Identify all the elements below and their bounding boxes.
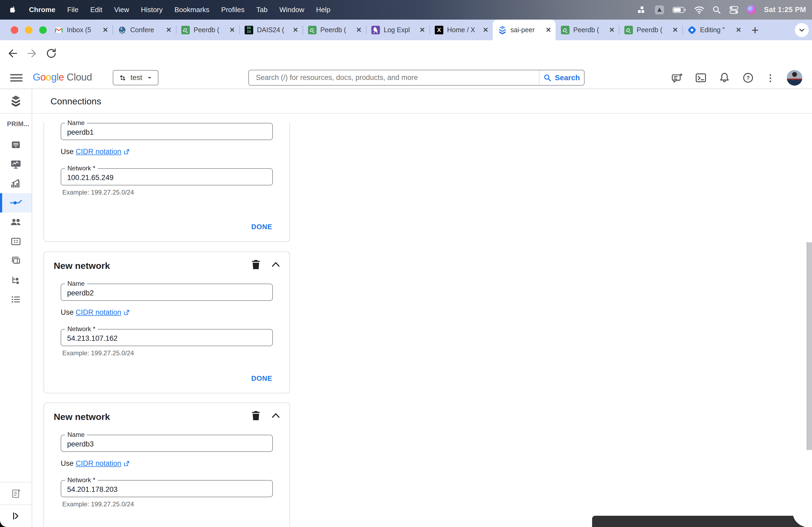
sidebar-item-databases[interactable] <box>0 232 32 251</box>
close-window-button[interactable] <box>11 26 18 34</box>
cidr-notation-link[interactable]: CIDR notation <box>76 308 130 317</box>
tab-log-explorer[interactable]: Log Expl ✕ <box>366 19 429 40</box>
close-tab-icon[interactable]: ✕ <box>736 26 741 34</box>
sidebar-item-query-insights[interactable] <box>0 174 32 193</box>
chevron-up-icon <box>271 261 280 268</box>
cidr-help-row: Use CIDR notation <box>61 148 280 156</box>
spotlight-icon[interactable] <box>712 6 721 14</box>
delete-network-button[interactable] <box>251 259 260 270</box>
project-name: test <box>130 74 142 82</box>
close-tab-icon[interactable]: ✕ <box>483 26 489 34</box>
sidebar-item-system-insights[interactable] <box>0 154 32 174</box>
postgres-icon <box>118 26 127 34</box>
tab-sai-peerdb-active[interactable]: sai-peer ✕ <box>493 19 555 40</box>
stats-icon[interactable] <box>637 5 646 15</box>
control-center-icon[interactable] <box>729 6 739 14</box>
card-title: New network <box>54 412 110 422</box>
system-insights-icon <box>10 158 22 170</box>
maximize-window-button[interactable] <box>39 26 47 34</box>
cloud-sql-product-icon[interactable] <box>0 89 32 114</box>
cidr-notation-link[interactable]: CIDR notation <box>76 148 130 156</box>
svg-text:?: ? <box>746 75 750 81</box>
close-tab-icon[interactable]: ✕ <box>356 26 362 34</box>
name-input[interactable] <box>61 123 273 140</box>
forward-button[interactable] <box>26 47 38 60</box>
cidr-help-row: Use CIDR notation <box>61 308 280 317</box>
sidebar-item-replicas[interactable] <box>0 270 32 290</box>
name-input[interactable] <box>61 284 273 301</box>
collapse-card-button[interactable] <box>271 412 280 419</box>
help-icon[interactable]: ? <box>742 72 754 84</box>
tab-conference[interactable]: Confere ✕ <box>113 19 176 40</box>
tab-editing[interactable]: Editing " ✕ <box>682 19 746 40</box>
apple-logo-icon[interactable] <box>10 6 17 14</box>
tab-search-chevron-button[interactable] <box>795 23 809 37</box>
menu-item-chrome[interactable]: Chrome <box>29 6 55 14</box>
menu-item-window[interactable]: Window <box>279 6 304 14</box>
external-link-icon <box>123 309 130 316</box>
account-avatar[interactable] <box>787 70 802 86</box>
project-picker[interactable]: test <box>113 70 158 85</box>
sidebar-item-users[interactable] <box>0 212 32 232</box>
close-tab-icon[interactable]: ✕ <box>419 26 425 34</box>
close-tab-icon[interactable]: ✕ <box>609 26 615 34</box>
sidebar-item-connections[interactable] <box>0 193 32 212</box>
collapse-card-button[interactable] <box>271 261 280 268</box>
tab-peerdb-4[interactable]: Peerdb ( ✕ <box>619 19 682 40</box>
network-example: Example: 199.27.25.0/24 <box>62 349 280 357</box>
battery-icon[interactable] <box>673 6 686 13</box>
close-tab-icon[interactable]: ✕ <box>103 26 108 34</box>
cloud-search-button[interactable]: Search <box>539 70 584 85</box>
gemini-assist-icon[interactable] <box>671 72 683 84</box>
close-tab-icon[interactable]: ✕ <box>672 26 678 34</box>
menu-item-history[interactable]: History <box>141 6 163 14</box>
cloud-shell-icon[interactable] <box>695 72 707 84</box>
sidebar-item-overview[interactable] <box>0 135 32 154</box>
tab-x-home[interactable]: X Home / X ✕ <box>429 19 493 40</box>
siri-icon[interactable] <box>747 5 756 15</box>
new-tab-button[interactable]: + <box>746 19 765 40</box>
tab-peerdb-2[interactable]: Peerdb ( ✕ <box>303 19 366 40</box>
name-input[interactable] <box>61 435 273 452</box>
nav-menu-icon[interactable] <box>10 73 23 83</box>
tab-peerdb-1[interactable]: Peerdb ( ✕ <box>176 19 239 40</box>
delete-network-button[interactable] <box>251 410 260 421</box>
menu-item-help[interactable]: Help <box>316 6 330 14</box>
reload-button[interactable] <box>45 47 57 60</box>
google-cloud-logo[interactable]: GoogleCloud <box>33 72 92 83</box>
minimize-window-button[interactable] <box>25 26 32 34</box>
vertical-scrollbar[interactable] <box>807 242 812 450</box>
cloud-search-bar[interactable]: Search <box>248 70 584 86</box>
sidebar-item-operations[interactable] <box>0 290 32 309</box>
app-icon[interactable] <box>654 5 665 15</box>
menu-item-edit[interactable]: Edit <box>90 6 102 14</box>
close-tab-icon[interactable]: ✕ <box>546 26 551 34</box>
close-tab-icon[interactable]: ✕ <box>229 26 235 34</box>
network-field: Network * <box>61 329 273 346</box>
network-example: Example: 199.27.25.0/24 <box>62 189 280 196</box>
close-tab-icon[interactable]: ✕ <box>293 26 298 34</box>
desktop-corner <box>0 520 7 527</box>
tab-inbox[interactable]: Inbox (5 ✕ <box>49 19 113 40</box>
network-card-peerdb1: Name Use CIDR notation Network * Example… <box>44 123 290 242</box>
release-notes-button[interactable] <box>0 482 32 505</box>
cloud-search-input[interactable] <box>249 74 539 82</box>
use-text: Use <box>61 460 74 468</box>
menu-item-file[interactable]: File <box>67 6 78 14</box>
menu-item-view[interactable]: View <box>114 6 129 14</box>
menu-item-tab[interactable]: Tab <box>257 6 268 14</box>
more-options-icon[interactable]: ⋮ <box>766 73 775 83</box>
sidebar-item-backups[interactable] <box>0 251 32 270</box>
name-field: Name <box>61 123 273 140</box>
tab-dais24[interactable]: DAIS DAIS24 ( ✕ <box>239 19 303 40</box>
menu-item-bookmarks[interactable]: Bookmarks <box>175 6 209 14</box>
menu-item-profiles[interactable]: Profiles <box>221 6 245 14</box>
tab-peerdb-3[interactable]: Peerdb ( ✕ <box>555 19 619 40</box>
back-button[interactable] <box>6 47 19 60</box>
notifications-bell-icon[interactable] <box>719 72 730 84</box>
wifi-icon[interactable] <box>694 6 704 14</box>
done-button[interactable]: DONE <box>251 223 272 231</box>
cidr-notation-link[interactable]: CIDR notation <box>76 460 130 468</box>
done-button[interactable]: DONE <box>251 374 272 383</box>
close-tab-icon[interactable]: ✕ <box>166 26 172 34</box>
